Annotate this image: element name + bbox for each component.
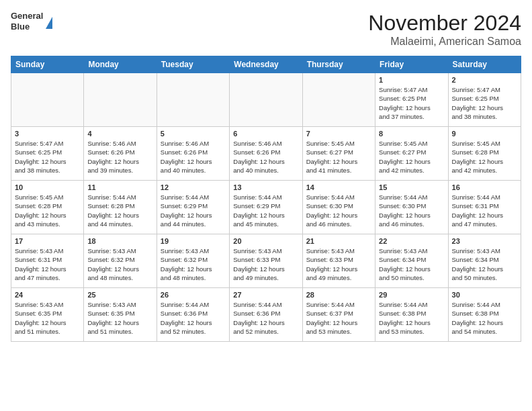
calendar-day-cell: 22Sunrise: 5:43 AMSunset: 6:34 PMDayligh… xyxy=(375,234,448,288)
logo-line2: Blue xyxy=(11,21,43,32)
day-info: Sunrise: 5:43 AMSunset: 6:33 PMDaylight:… xyxy=(306,246,371,282)
calendar-day-cell: 24Sunrise: 5:43 AMSunset: 6:35 PMDayligh… xyxy=(11,288,84,342)
day-info: Sunrise: 5:46 AMSunset: 6:26 PMDaylight:… xyxy=(87,139,152,175)
day-number: 7 xyxy=(306,130,371,138)
day-number: 27 xyxy=(233,291,298,299)
calendar-day-cell: 13Sunrise: 5:44 AMSunset: 6:29 PMDayligh… xyxy=(230,181,302,234)
calendar-day-cell: 30Sunrise: 5:44 AMSunset: 6:38 PMDayligh… xyxy=(448,288,521,342)
day-info: Sunrise: 5:43 AMSunset: 6:31 PMDaylight:… xyxy=(15,246,80,282)
logo-icon xyxy=(46,17,52,29)
calendar-day-cell: 12Sunrise: 5:44 AMSunset: 6:29 PMDayligh… xyxy=(157,181,229,234)
day-number: 24 xyxy=(15,291,80,299)
day-info: Sunrise: 5:44 AMSunset: 6:36 PMDaylight:… xyxy=(233,300,298,336)
calendar-day-cell: 18Sunrise: 5:43 AMSunset: 6:32 PMDayligh… xyxy=(84,234,157,288)
calendar-day-cell: 4Sunrise: 5:46 AMSunset: 6:26 PMDaylight… xyxy=(84,127,157,181)
day-number: 9 xyxy=(452,130,517,138)
calendar-header-row: SundayMondayTuesdayWednesdayThursdayFrid… xyxy=(11,56,521,73)
day-info: Sunrise: 5:47 AMSunset: 6:25 PMDaylight:… xyxy=(452,85,517,121)
day-info: Sunrise: 5:43 AMSunset: 6:32 PMDaylight:… xyxy=(161,246,226,282)
weekday-header: Thursday xyxy=(302,56,375,73)
calendar-day-cell: 28Sunrise: 5:44 AMSunset: 6:37 PMDayligh… xyxy=(302,288,375,342)
day-info: Sunrise: 5:44 AMSunset: 6:38 PMDaylight:… xyxy=(452,300,517,336)
calendar-week-row: 24Sunrise: 5:43 AMSunset: 6:35 PMDayligh… xyxy=(11,288,521,342)
calendar-day-cell: 9Sunrise: 5:45 AMSunset: 6:28 PMDaylight… xyxy=(448,127,521,181)
day-number: 12 xyxy=(161,183,226,191)
calendar-day-cell: 10Sunrise: 5:45 AMSunset: 6:28 PMDayligh… xyxy=(11,181,84,234)
day-info: Sunrise: 5:44 AMSunset: 6:36 PMDaylight:… xyxy=(161,300,226,336)
day-number: 28 xyxy=(306,291,371,299)
day-info: Sunrise: 5:45 AMSunset: 6:27 PMDaylight:… xyxy=(379,139,444,175)
calendar-week-row: 3Sunrise: 5:47 AMSunset: 6:25 PMDaylight… xyxy=(11,127,521,181)
calendar-day-cell: 27Sunrise: 5:44 AMSunset: 6:36 PMDayligh… xyxy=(230,288,302,342)
calendar-table: SundayMondayTuesdayWednesdayThursdayFrid… xyxy=(11,56,521,342)
day-number: 30 xyxy=(452,291,517,299)
day-number: 22 xyxy=(379,237,444,245)
calendar-day-cell: 14Sunrise: 5:44 AMSunset: 6:30 PMDayligh… xyxy=(302,181,375,234)
day-number: 17 xyxy=(15,237,80,245)
day-info: Sunrise: 5:43 AMSunset: 6:35 PMDaylight:… xyxy=(15,300,80,336)
calendar-week-row: 1Sunrise: 5:47 AMSunset: 6:25 PMDaylight… xyxy=(11,73,521,127)
day-number: 26 xyxy=(161,291,226,299)
day-number: 16 xyxy=(452,183,517,191)
day-number: 1 xyxy=(379,76,444,84)
day-number: 2 xyxy=(452,76,517,84)
day-number: 25 xyxy=(87,291,152,299)
calendar-day-cell: 15Sunrise: 5:44 AMSunset: 6:30 PMDayligh… xyxy=(375,181,448,234)
calendar-day-cell xyxy=(302,73,375,127)
day-info: Sunrise: 5:44 AMSunset: 6:30 PMDaylight:… xyxy=(379,193,444,228)
calendar-day-cell: 20Sunrise: 5:43 AMSunset: 6:33 PMDayligh… xyxy=(230,234,302,288)
weekday-header: Monday xyxy=(84,56,157,73)
calendar-day-cell: 29Sunrise: 5:44 AMSunset: 6:38 PMDayligh… xyxy=(375,288,448,342)
day-number: 18 xyxy=(87,237,152,245)
weekday-header: Saturday xyxy=(448,56,521,73)
day-number: 4 xyxy=(87,130,152,138)
day-info: Sunrise: 5:44 AMSunset: 6:29 PMDaylight:… xyxy=(161,193,226,228)
calendar-day-cell: 11Sunrise: 5:44 AMSunset: 6:28 PMDayligh… xyxy=(84,181,157,234)
calendar-day-cell: 23Sunrise: 5:43 AMSunset: 6:34 PMDayligh… xyxy=(448,234,521,288)
day-info: Sunrise: 5:44 AMSunset: 6:31 PMDaylight:… xyxy=(452,193,517,228)
day-info: Sunrise: 5:43 AMSunset: 6:35 PMDaylight:… xyxy=(87,300,152,336)
day-info: Sunrise: 5:47 AMSunset: 6:25 PMDaylight:… xyxy=(15,139,80,175)
day-number: 20 xyxy=(233,237,298,245)
day-info: Sunrise: 5:45 AMSunset: 6:28 PMDaylight:… xyxy=(15,193,80,228)
calendar-week-row: 17Sunrise: 5:43 AMSunset: 6:31 PMDayligh… xyxy=(11,234,521,288)
day-info: Sunrise: 5:46 AMSunset: 6:26 PMDaylight:… xyxy=(233,139,298,175)
page-title: November 2024 xyxy=(368,11,521,36)
day-info: Sunrise: 5:44 AMSunset: 6:28 PMDaylight:… xyxy=(87,193,152,228)
calendar-day-cell: 1Sunrise: 5:47 AMSunset: 6:25 PMDaylight… xyxy=(375,73,448,127)
calendar-day-cell: 26Sunrise: 5:44 AMSunset: 6:36 PMDayligh… xyxy=(157,288,229,342)
day-info: Sunrise: 5:45 AMSunset: 6:28 PMDaylight:… xyxy=(452,139,517,175)
calendar-day-cell: 8Sunrise: 5:45 AMSunset: 6:27 PMDaylight… xyxy=(375,127,448,181)
day-info: Sunrise: 5:43 AMSunset: 6:34 PMDaylight:… xyxy=(379,246,444,282)
page-subtitle: Malaeimi, American Samoa xyxy=(368,36,521,48)
calendar-day-cell: 16Sunrise: 5:44 AMSunset: 6:31 PMDayligh… xyxy=(448,181,521,234)
logo: General Blue xyxy=(11,11,52,32)
calendar-day-cell: 2Sunrise: 5:47 AMSunset: 6:25 PMDaylight… xyxy=(448,73,521,127)
page-header: General Blue November 2024 Malaeimi, Ame… xyxy=(11,11,521,48)
calendar-day-cell: 19Sunrise: 5:43 AMSunset: 6:32 PMDayligh… xyxy=(157,234,229,288)
calendar-day-cell: 7Sunrise: 5:45 AMSunset: 6:27 PMDaylight… xyxy=(302,127,375,181)
day-number: 3 xyxy=(15,130,80,138)
calendar-day-cell: 25Sunrise: 5:43 AMSunset: 6:35 PMDayligh… xyxy=(84,288,157,342)
weekday-header: Friday xyxy=(375,56,448,73)
day-number: 6 xyxy=(233,130,298,138)
day-number: 11 xyxy=(87,183,152,191)
day-number: 13 xyxy=(233,183,298,191)
weekday-header: Tuesday xyxy=(157,56,229,73)
calendar-day-cell: 5Sunrise: 5:46 AMSunset: 6:26 PMDaylight… xyxy=(157,127,229,181)
day-number: 5 xyxy=(161,130,226,138)
calendar-day-cell xyxy=(230,73,302,127)
weekday-header: Sunday xyxy=(11,56,84,73)
day-info: Sunrise: 5:46 AMSunset: 6:26 PMDaylight:… xyxy=(161,139,226,175)
day-info: Sunrise: 5:44 AMSunset: 6:37 PMDaylight:… xyxy=(306,300,371,336)
weekday-header: Wednesday xyxy=(230,56,302,73)
calendar-day-cell: 3Sunrise: 5:47 AMSunset: 6:25 PMDaylight… xyxy=(11,127,84,181)
day-info: Sunrise: 5:44 AMSunset: 6:29 PMDaylight:… xyxy=(233,193,298,228)
day-info: Sunrise: 5:47 AMSunset: 6:25 PMDaylight:… xyxy=(379,85,444,121)
day-number: 10 xyxy=(15,183,80,191)
calendar-day-cell xyxy=(84,73,157,127)
logo-text: General Blue xyxy=(11,11,43,32)
day-info: Sunrise: 5:45 AMSunset: 6:27 PMDaylight:… xyxy=(306,139,371,175)
day-number: 8 xyxy=(379,130,444,138)
day-number: 29 xyxy=(379,291,444,299)
